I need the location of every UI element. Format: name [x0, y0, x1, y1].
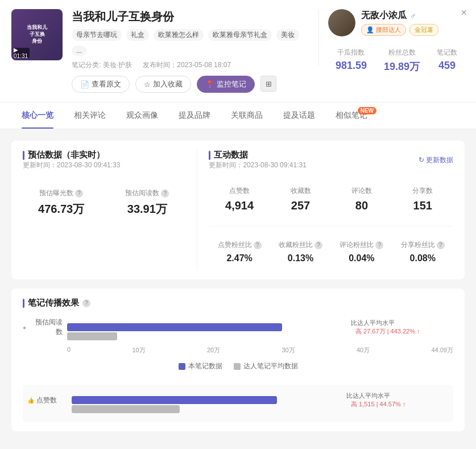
metric-share-ratio: 分享粉丝比 ? 0.08% — [392, 233, 453, 270]
estimated-data-col: 预估数据（非实时） 更新时间：2023-08-30 09:41:33 预估曝光数… — [23, 150, 197, 270]
favorites-value: 257 — [275, 199, 326, 212]
metric-likes: 点赞数 4,914 — [209, 179, 270, 219]
author-avatar[interactable] — [328, 9, 355, 36]
tag-more[interactable]: ... — [72, 46, 86, 56]
likes-ratio-value: 2.47% — [213, 253, 265, 263]
close-button[interactable]: × — [461, 7, 467, 19]
legend-note-data: 本笔记数据 — [179, 361, 222, 371]
note-meta: 笔记分类: 美妆·护肤 发布时间：2023-05-08 18:07 — [72, 60, 309, 70]
help-spread-icon[interactable]: ? — [82, 299, 90, 307]
stat-qiangua-index: 千瓜指数 981.59 — [336, 48, 367, 73]
interaction-title: 互动数据 — [209, 150, 306, 160]
tag-4[interactable]: 欧莱雅母亲节礼盒 — [208, 29, 272, 41]
bar-fill-reads-note — [67, 323, 282, 331]
estimated-update-time: 更新时间：2023-08-30 09:41:33 — [23, 160, 185, 170]
add-favorite-button[interactable]: ☆ 加入收藏 — [135, 76, 191, 93]
bar-row-likes: 👍 点赞数 比达人平均水平 高 1,515 | 44.57% ↑ — [27, 392, 449, 409]
location-icon: 📍 — [205, 80, 214, 89]
video-play-icon[interactable]: ▶ 01:31 — [14, 48, 30, 58]
likes-annotation-label: 比达人平均水平 — [346, 392, 449, 400]
bar-fill-reads-avg — [67, 332, 117, 340]
shares-value: 151 — [397, 199, 449, 212]
tag-5[interactable]: 美妆 — [276, 29, 299, 41]
bar-row-reads: ● 预估阅读数 比达人平均水平 高 27.67万 | 443.22% ↑ — [23, 318, 453, 337]
help-reads-icon[interactable]: ? — [161, 190, 169, 197]
interaction-update-time: 更新时间：2023-08-30 09:41:31 — [209, 160, 306, 170]
author-info: 无敌小浓瓜 ♂ 👤 腰部达人 金冠薯 — [361, 10, 438, 36]
tab-linked-products[interactable]: 关联商品 — [221, 102, 273, 129]
bar-legend: 本笔记数据 达人笔记平均数据 — [23, 361, 453, 371]
doc-icon: 📄 — [80, 80, 89, 89]
metric-fav-ratio: 收藏粉丝比 ? 0.13% — [270, 233, 331, 270]
note-time: 发布时间：2023-05-08 18:07 — [143, 61, 231, 69]
bar-fill-likes-avg — [72, 405, 180, 413]
note-title: 当我和儿子互换身份 — [72, 9, 309, 24]
spread-effect-section: 笔记传播效果 ? ● 预估阅读数 比达人平均水平 高 27.67万 | 443.… — [11, 289, 465, 431]
help-comment-ratio-icon[interactable]: ? — [375, 241, 383, 249]
help-share-ratio-icon[interactable]: ? — [437, 241, 445, 249]
note-actions: 📄 查看原文 ☆ 加入收藏 📍 监控笔记 ⊞ — [72, 76, 309, 93]
gender-icon: ♂ — [410, 11, 416, 20]
tag-1[interactable]: 母亲节去哪玩 — [72, 29, 122, 41]
legend-dot-blue — [179, 363, 185, 370]
author-panel: 无敌小浓瓜 ♂ 👤 腰部达人 金冠薯 — [328, 9, 465, 73]
refresh-icon: ↻ — [419, 156, 424, 164]
metric-shares: 分享数 151 — [392, 179, 453, 219]
refresh-data-button[interactable]: ↻ 更新数据 — [419, 155, 453, 165]
tab-comments[interactable]: 相关评论 — [64, 102, 116, 129]
monitor-note-button[interactable]: 📍 监控笔记 — [197, 76, 255, 93]
metric-exposure: 预估曝光数 ? 476.73万 — [23, 182, 100, 224]
interaction-data-col: 互动数据 更新时间：2023-08-30 09:41:31 ↻ 更新数据 点赞数… — [197, 150, 453, 270]
interaction-header: 互动数据 更新时间：2023-08-30 09:41:31 ↻ 更新数据 — [209, 150, 453, 170]
bar-fill-likes-note — [72, 396, 277, 404]
grid-icon: ⊞ — [266, 80, 272, 88]
bar-label-likes: 👍 点赞数 — [27, 396, 67, 405]
estimated-data-title: 预估数据（非实时） — [23, 150, 185, 160]
badge-gold-crown: 金冠薯 — [409, 24, 438, 36]
likes-value: 4,914 — [213, 199, 265, 212]
bar-chart-reads: ● 预估阅读数 比达人平均水平 高 27.67万 | 443.22% ↑ 0 1… — [23, 318, 453, 371]
reads-value: 33.91万 — [113, 201, 181, 217]
bar-chart-likes: 👍 点赞数 比达人平均水平 高 1,515 | 44.57% ↑ — [23, 385, 453, 422]
legend-avg-data: 达人笔记平均数据 — [234, 361, 298, 371]
share-ratio-value: 0.08% — [397, 253, 449, 263]
bar-track-likes — [72, 394, 342, 406]
help-fav-ratio-icon[interactable]: ? — [314, 241, 322, 249]
bar-track-reads — [67, 322, 346, 333]
tab-audience-portrait[interactable]: 观众画像 — [116, 102, 168, 129]
metric-favorites: 收藏数 257 — [270, 179, 331, 219]
help-likes-ratio-icon[interactable]: ? — [254, 241, 262, 249]
author-badges: 👤 腰部达人 金冠薯 — [361, 24, 438, 36]
video-thumbnail: 当我和儿子互换身份 ▶ 01:31 — [11, 9, 63, 60]
vertical-divider — [318, 9, 319, 66]
badge-waist-influencer: 👤 腰部达人 — [361, 24, 406, 36]
tab-similar-notes[interactable]: 相似笔记 NEW — [325, 102, 378, 129]
tab-bar: 核心一览 相关评论 观众画像 提及品牌 关联商品 提及话题 相似笔记 NEW — [0, 102, 476, 129]
view-original-button[interactable]: 📄 查看原文 — [72, 76, 130, 93]
star-icon: ☆ — [144, 80, 151, 89]
tag-2[interactable]: 礼盒 — [126, 29, 149, 41]
metric-comment-ratio: 评论粉丝比 ? 0.04% — [331, 233, 392, 270]
help-exposure-icon[interactable]: ? — [75, 190, 83, 197]
data-sections: 预估数据（非实时） 更新时间：2023-08-30 09:41:33 预估曝光数… — [11, 141, 465, 279]
two-col-layout: 预估数据（非实时） 更新时间：2023-08-30 09:41:33 预估曝光数… — [23, 150, 453, 270]
comments-value: 80 — [336, 199, 387, 212]
note-tags: 母亲节去哪玩 礼盒 欧莱雅怎么样 欧莱雅母亲节礼盒 美妆 ... — [72, 29, 309, 56]
reads-annotation-label: 比达人平均水平 — [351, 319, 453, 327]
new-badge: NEW — [358, 107, 376, 114]
author-stats: 千瓜指数 981.59 粉丝总数 19.89万 笔记数 459 — [336, 48, 457, 73]
legend-dot-gray — [234, 363, 241, 370]
person-icon: 👤 — [366, 26, 374, 34]
bar-label-reads: ● 预估阅读数 — [23, 318, 63, 337]
likes-annotation-value: 高 1,515 | 44.57% ↑ — [351, 400, 449, 409]
tab-core-overview[interactable]: 核心一览 — [11, 102, 64, 129]
tag-3[interactable]: 欧莱雅怎么样 — [154, 29, 204, 41]
metric-likes-ratio: 点赞粉丝比 ? 2.47% — [209, 233, 270, 270]
stat-fans-total: 粉丝总数 19.89万 — [384, 48, 420, 73]
author-name: 无敌小浓瓜 — [361, 10, 407, 22]
tab-mentioned-brands[interactable]: 提及品牌 — [168, 102, 221, 129]
metric-reads: 预估阅读数 ? 33.91万 — [109, 182, 185, 224]
tab-mentioned-topics[interactable]: 提及话题 — [273, 102, 325, 129]
stat-note-count: 笔记数 459 — [437, 48, 457, 73]
grid-view-button[interactable]: ⊞ — [260, 76, 276, 92]
